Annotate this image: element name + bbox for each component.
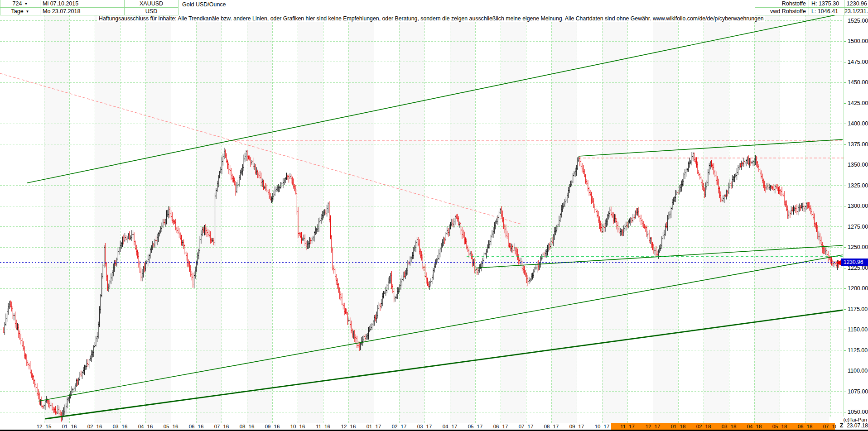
- last-price-tag: 1230.96: [841, 259, 868, 266]
- y-axis-label: 1450.00: [844, 79, 868, 86]
- month-band: [704, 15, 729, 423]
- month-band: [247, 15, 272, 423]
- x-axis-label: 1116: [309, 424, 337, 430]
- x-axis-label: 0116: [56, 424, 83, 430]
- month-band: [805, 15, 830, 423]
- month-band: [298, 15, 323, 423]
- chevron-down-icon: ▼: [24, 2, 28, 6]
- x-axis-label: 0118: [665, 424, 692, 430]
- change-label: 23.1/231.2: [844, 8, 868, 15]
- month-band: [348, 15, 374, 423]
- x-axis-label: 0318: [715, 424, 743, 430]
- y-axis-label: 1375.00: [844, 141, 868, 148]
- x-axis-label: 0117: [360, 424, 387, 430]
- data-source-label: vwd Rohstoffe: [755, 8, 809, 15]
- y-axis-label: 1100.00: [844, 367, 868, 374]
- y-axis-label: 1400.00: [844, 120, 868, 127]
- month-band: [602, 15, 627, 423]
- x-axis-label: 0617: [487, 424, 514, 430]
- disclaimer-text: Haftungsausschluss für Inhalte: Alle Tre…: [97, 15, 765, 22]
- x-axis-label: 0716: [208, 424, 235, 430]
- month-band: [196, 15, 222, 423]
- x-axis-label: 1215: [30, 424, 58, 430]
- month-band: [399, 15, 424, 423]
- chevron-down-icon: ▼: [26, 10, 29, 14]
- month-band: [95, 15, 120, 423]
- copyright-label: (c)Tai-Pan: [829, 417, 867, 423]
- period-low-label: L: 1046.41: [809, 8, 844, 15]
- x-axis-label: 0216: [81, 424, 108, 430]
- y-axis-label: 1050.00: [844, 408, 868, 416]
- instrument-title: Gold USD/Ounce: [182, 1, 282, 8]
- y-axis-label: 1350.00: [844, 161, 868, 168]
- x-axis-label: 0916: [259, 424, 286, 430]
- y-axis-label: 1250.00: [844, 244, 868, 251]
- period-high-label: H: 1375.30: [809, 0, 844, 8]
- x-axis-label: 0517: [462, 424, 489, 430]
- x-axis-label: 0816: [233, 424, 260, 430]
- y-axis-label: 1475.00: [844, 58, 868, 66]
- x-axis-label: 1117: [614, 424, 641, 430]
- x-axis-label: 0616: [183, 424, 210, 430]
- x-axis-label: 0316: [106, 424, 134, 430]
- x-axis-label: 0417: [436, 424, 463, 430]
- month-band: [145, 15, 171, 423]
- y-axis-label: 1525.00: [844, 17, 868, 24]
- date-from: Mi 07.10.2015: [40, 0, 125, 8]
- month-band: [551, 15, 577, 423]
- y-axis-label: 1500.00: [844, 38, 868, 45]
- y-axis-label: 1150.00: [844, 326, 868, 333]
- y-axis-label: 1425.00: [844, 100, 868, 107]
- x-axis-label: 0817: [538, 424, 565, 430]
- y-axis-label: 1125.00: [844, 347, 868, 354]
- x-axis-label: 0516: [157, 424, 184, 430]
- x-axis-label: 0317: [411, 424, 438, 430]
- currency-label: USD: [125, 8, 178, 15]
- bars-count-value: 724: [13, 0, 22, 7]
- date-to: Mo 23.07.2018: [40, 8, 125, 15]
- month-band: [653, 15, 678, 423]
- month-band: [501, 15, 526, 423]
- y-axis-label: 1325.00: [844, 182, 868, 189]
- x-axis-label: 0717: [512, 424, 540, 430]
- x-axis-label: 0418: [741, 424, 768, 430]
- x-axis-label: 1016: [284, 424, 311, 430]
- y-axis: 1525.001500.001475.001450.001425.001400.…: [844, 15, 868, 423]
- symbol-label: XAUUSD: [125, 0, 178, 8]
- month-band: [754, 15, 780, 423]
- x-axis-label: 0618: [791, 424, 819, 430]
- last-date-label: 23.07.18: [847, 422, 868, 430]
- zoom-button[interactable]: Z: [836, 422, 847, 430]
- y-axis-label: 1275.00: [844, 223, 868, 230]
- x-axis-label: 0218: [690, 424, 717, 430]
- y-axis-label: 1300.00: [844, 202, 868, 210]
- bars-count-dropdown[interactable]: 724▼: [0, 0, 40, 8]
- price-chart-canvas[interactable]: [0, 0, 868, 431]
- chart-window: 724▼ Tage▼ Mi 07.10.2015 Mo 23.07.2018 X…: [0, 0, 868, 431]
- month-band: [44, 15, 69, 423]
- x-axis-label: 0416: [132, 424, 159, 430]
- period-value: Tage: [11, 8, 23, 14]
- x-axis-label: 0518: [766, 424, 793, 430]
- y-axis-label: 1200.00: [844, 285, 868, 292]
- x-axis-label: 1017: [588, 424, 616, 430]
- y-axis-label: 1075.00: [844, 388, 868, 395]
- x-axis-label: 1217: [639, 424, 666, 430]
- category-label: Rohstoffe: [755, 0, 809, 8]
- y-axis-label: 1175.00: [844, 306, 868, 313]
- x-axis-label: 1216: [335, 424, 362, 430]
- x-axis-label: 0217: [386, 424, 413, 430]
- period-dropdown[interactable]: Tage▼: [0, 8, 40, 15]
- last-price-label: 1230.96: [844, 0, 868, 8]
- x-axis-label: 0917: [563, 424, 590, 430]
